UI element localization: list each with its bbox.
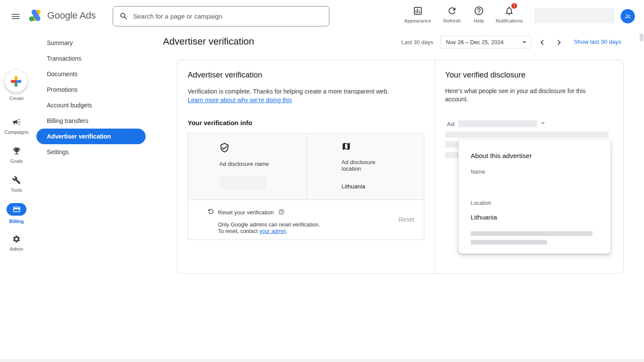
verification-heading: Advertiser verification (188, 71, 262, 80)
billing-sidebar: Summary Transactions Documents Promotion… (36, 35, 146, 160)
show-last-30-days-link[interactable]: Show last 30 days (574, 39, 621, 45)
wrench-icon (12, 176, 21, 184)
sidebar-item-billing-transfers[interactable]: Billing transfers (36, 113, 146, 129)
reset-note-1: Only Google admins can reset verificatio… (218, 222, 320, 228)
chevron-left-icon (537, 37, 547, 48)
rail-label-campaigns: Campaigns (4, 129, 29, 135)
ad-text-redacted-1 (445, 132, 608, 138)
nav-rail: Create Campaigns Goals Tools Billing Adm… (0, 32, 33, 362)
ad-badge: Ad (447, 121, 455, 127)
search-icon (119, 12, 128, 21)
reset-section: Reset your verification Only Google admi… (188, 200, 424, 239)
rail-item-admin[interactable]: Admin (0, 235, 33, 252)
cell-divider (306, 133, 307, 200)
sidebar-item-summary[interactable]: Summary (36, 35, 146, 51)
main-menu-button[interactable] (10, 10, 22, 23)
chevron-down-icon (520, 37, 529, 47)
sidebar-item-promotions[interactable]: Promotions (36, 82, 146, 97)
rail-item-tools[interactable]: Tools (0, 176, 33, 193)
topbar: Google Ads Appearance Refresh Help ! Not… (0, 0, 644, 32)
notifications-button[interactable]: ! Notifications (494, 6, 525, 23)
google-ads-logo[interactable]: Google Ads (29, 9, 96, 22)
rail-label-billing: Billing (9, 219, 24, 224)
date-range-label: Last 30 days (401, 39, 433, 45)
help-icon (474, 6, 484, 16)
verification-card: Advertiser verification Verification is … (177, 60, 624, 274)
refresh-icon (447, 6, 457, 16)
create-button[interactable] (5, 70, 27, 93)
vertical-scrollbar-thumb[interactable] (640, 33, 644, 42)
popup-title: About this advertiser (471, 152, 532, 160)
ad-disclosure-location-value: Lithuania (342, 183, 378, 190)
popup-location-label: Location (471, 200, 491, 206)
panel-divider (435, 60, 435, 273)
sidebar-item-documents[interactable]: Documents (36, 66, 146, 82)
previous-range-button[interactable] (537, 37, 548, 48)
refresh-label: Refresh (443, 18, 461, 23)
disclosure-heading: Your verified disclosure (445, 71, 525, 80)
help-button[interactable]: Help (468, 6, 489, 23)
trophy-icon (12, 146, 21, 155)
rail-item-goals[interactable]: Goals (0, 146, 33, 164)
help-label: Help (474, 18, 484, 23)
sidebar-item-transactions[interactable]: Transactions (36, 51, 146, 66)
refresh-button[interactable]: Refresh (439, 6, 465, 23)
map-icon (342, 142, 351, 151)
search-bar[interactable] (113, 6, 329, 26)
sidebar-item-advertiser-verification[interactable]: Advertiser verification (36, 129, 146, 144)
rail-item-campaigns[interactable]: Campaigns (0, 117, 33, 135)
rail-item-billing[interactable]: Billing (0, 203, 33, 224)
gear-icon (12, 235, 21, 243)
google-ads-logo-icon (29, 9, 43, 22)
appearance-label: Appearance (404, 18, 431, 23)
appearance-button[interactable]: Appearance (403, 6, 433, 23)
about-advertiser-popup: About this advertiser Name Location Lith… (459, 140, 611, 254)
campaigns-icon (12, 117, 21, 126)
avatar[interactable]: Jc (621, 9, 635, 23)
hamburger-menu-icon (10, 11, 21, 22)
reset-note-2-text: To reset, contact (218, 228, 259, 234)
sidebar-item-settings[interactable]: Settings (36, 144, 146, 160)
billing-selected-pill (7, 203, 26, 216)
appearance-icon (413, 6, 423, 16)
ad-options-caret-icon (538, 118, 548, 128)
reset-icon (207, 208, 215, 215)
horizontal-scrollbar-track (0, 359, 644, 362)
ad-disclosure-name-cell: Ad disclosure name (219, 142, 269, 190)
rail-label-tools: Tools (11, 187, 22, 193)
reset-help-icon[interactable] (278, 209, 285, 215)
rail-label-goals: Goals (10, 158, 23, 164)
chevron-right-icon (554, 37, 564, 48)
popup-location-value: Lithuania (471, 213, 497, 221)
search-input[interactable] (133, 13, 323, 20)
reset-title: Reset your verification (218, 209, 274, 216)
create-plus-icon (10, 76, 22, 87)
ad-disclosure-name-label: Ad disclosure name (219, 161, 269, 167)
learn-more-link[interactable]: Learn more about why we’re doing this (188, 97, 292, 103)
ad-disclosure-location-cell: Ad disclosure location Lithuania (342, 142, 378, 190)
popup-redacted-line-2 (471, 240, 547, 245)
verification-info-table: Ad disclosure name Ad disclosure locatio… (188, 133, 424, 240)
disclosure-description: Here’s what people see in your ad disclo… (445, 87, 595, 103)
verification-info-cells: Ad disclosure name Ad disclosure locatio… (188, 133, 424, 200)
verification-status-text: Verification is complete. Thanks for hel… (188, 87, 409, 96)
ad-disclosure-location-label: Ad disclosure location (342, 159, 378, 172)
sidebar-item-account-budgets[interactable]: Account budgets (36, 97, 146, 113)
ad-title-redacted (458, 120, 537, 127)
ad-disclosure-name-redacted (219, 176, 267, 190)
rail-label-admin: Admin (10, 246, 23, 252)
reset-note-2: To reset, contact your admin. (218, 228, 288, 234)
your-admin-link[interactable]: your admin (259, 228, 286, 234)
shield-check-icon (219, 142, 230, 153)
notification-badge: ! (511, 2, 518, 10)
date-range-select[interactable]: Nov 26 – Dec 25, 2024 (440, 36, 531, 48)
reset-button[interactable]: Reset (398, 216, 414, 223)
reset-note-2-period: . (286, 228, 287, 234)
next-range-button[interactable] (553, 37, 565, 48)
account-info-redacted[interactable] (534, 8, 615, 23)
page-title: Advertiser verification (163, 36, 254, 47)
notifications-label: Notifications (496, 18, 523, 23)
date-range-value: Nov 26 – Dec 25, 2024 (446, 39, 504, 45)
create-label: Create (0, 96, 33, 101)
product-name: Google Ads (47, 10, 96, 21)
